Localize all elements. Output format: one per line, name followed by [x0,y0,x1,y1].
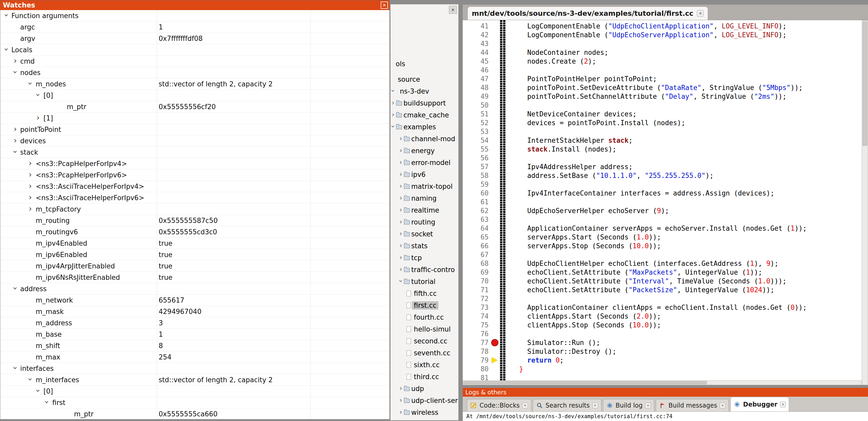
line-number[interactable]: 53 [463,127,489,136]
line-number[interactable]: 73 [463,303,489,312]
expand-icon[interactable]: › [12,57,18,64]
collapse-icon[interactable]: › [27,377,34,382]
collapse-icon[interactable]: › [3,12,10,18]
collapse-icon[interactable]: › [12,69,19,75]
line-number[interactable]: 55 [463,145,489,154]
expand-icon[interactable]: › [398,159,403,165]
expand-icon[interactable]: › [12,137,18,144]
expand-icon[interactable]: › [27,171,33,178]
watch-row[interactable]: ›m_nodesstd::vector of length 2, capacit… [0,78,390,90]
tree-item-energy[interactable]: ›energy [391,145,458,157]
watch-row[interactable]: m_routing0x555555587c50 [0,215,390,226]
close-icon[interactable]: ✕ [697,10,704,17]
watch-row[interactable]: m_shift8 [0,340,390,351]
collapse-icon[interactable]: › [12,286,19,291]
code-editor[interactable]: 41 LogComponentEnable ("UdpEchoClientApp… [463,20,862,380]
line-number[interactable]: 51 [463,110,489,119]
line-number[interactable]: 41 [463,22,489,31]
expand-icon[interactable]: › [27,205,33,212]
watch-row[interactable]: ›interfaces [0,363,390,374]
line-number[interactable]: 68 [463,259,489,268]
log-tab-build-log[interactable]: Build log✕ [603,399,654,412]
line-number[interactable]: 81 [463,374,489,380]
tree-item-wireless[interactable]: ›wireless [391,407,458,418]
expand-icon[interactable]: › [398,230,403,237]
line-number[interactable]: 66 [463,241,489,250]
watches-titlebar[interactable]: Watches ✕ [0,0,390,10]
close-icon[interactable]: ✕ [780,401,786,407]
expand-icon[interactable]: › [27,160,33,167]
tree-item-udp[interactable]: ›udp [391,383,458,395]
watch-row[interactable]: ›nodes [0,67,390,78]
tree-item-fourth-cc[interactable]: fourth.cc [391,311,458,323]
tree-item-socket[interactable]: ›socket [391,228,458,240]
watch-row[interactable]: m_mask4294967040 [0,306,390,317]
tree-item-fifth-cc[interactable]: fifth.cc [391,288,458,299]
close-icon[interactable]: ✕ [381,2,388,9]
log-tab-code-blocks[interactable]: Code::Blocks✕ [467,399,531,412]
expand-icon[interactable]: › [398,171,403,177]
line-number[interactable]: 60 [463,189,489,198]
line-number[interactable]: 54 [463,136,489,145]
line-number[interactable]: 76 [463,329,489,338]
tree-item-examples[interactable]: ›examples [391,121,458,133]
tree-item-ipv6[interactable]: ›ipv6 [391,169,458,181]
line-number[interactable]: 74 [463,312,489,321]
tree-item-buildsupport[interactable]: ›buildsupport [391,97,458,109]
close-icon[interactable]: ✕ [645,402,651,408]
expand-icon[interactable]: › [398,266,403,272]
watch-row[interactable]: ›<ns3::PcapHelperForIpv6> [0,169,390,181]
collapse-icon[interactable]: › [390,88,397,93]
line-number[interactable]: 49 [463,92,489,101]
expand-icon[interactable]: › [398,206,403,213]
watch-row[interactable]: ›<ns3::PcapHelperForIpv4> [0,158,390,169]
line-number[interactable]: 47 [463,74,489,83]
watch-row[interactable]: m_network655617 [0,295,390,306]
expand-icon[interactable]: › [391,99,396,106]
tree-item-source[interactable]: source [391,73,458,85]
vertical-scrollbar[interactable] [862,20,868,385]
watch-row[interactable]: m_ptr0x5555555ca660 [0,408,390,419]
line-number[interactable]: 70 [463,277,489,286]
horizontal-scrollbar[interactable] [463,380,862,385]
tree-item-seventh-cc[interactable]: seventh.cc [391,347,458,359]
expand-icon[interactable]: › [12,125,18,133]
line-number[interactable]: 56 [463,154,489,162]
log-tab-debugger[interactable]: Debugger✕ [730,397,789,412]
tree-item-routing[interactable]: ›routing [391,216,458,228]
tree-item-udp-client-ser[interactable]: ›udp-client-ser [391,395,458,407]
watch-row[interactable]: m_routingv60x5555555cd3c0 [0,226,390,238]
tree-item-first-cc[interactable]: first.cc [391,299,458,311]
expand-icon[interactable]: › [398,183,403,189]
watch-row[interactable]: ›address [0,283,390,295]
expand-icon[interactable]: › [398,397,403,403]
line-number[interactable]: 79 [463,356,489,365]
watch-row[interactable]: ›devices [0,135,390,147]
line-number[interactable]: 57 [463,162,489,171]
expand-icon[interactable]: › [398,409,403,415]
watch-row[interactable]: m_ipv4ArpJitterEnabledtrue [0,260,390,272]
watch-row[interactable]: m_ipv4Enabledtrue [0,238,390,249]
expand-icon[interactable]: › [398,242,403,249]
tree-item-channel-mod[interactable]: ›channel-mod [391,133,458,145]
close-icon[interactable]: ✕ [592,402,598,408]
tree-item-cmake-cache[interactable]: ›cmake_cache [391,109,458,121]
collapse-icon[interactable]: › [34,92,42,98]
log-tab-build-messages[interactable]: Build messages✕ [656,399,729,412]
watch-row[interactable]: m_max254 [0,351,390,363]
watch-row[interactable]: m_ptr0x55555556cf20 [0,101,390,112]
expand-icon[interactable]: › [398,385,403,391]
watch-row[interactable]: m_base1 [0,329,390,340]
collapse-icon[interactable]: › [27,81,34,86]
watch-row[interactable]: m_ipv6NsRsJitterEnabledtrue [0,272,390,283]
watch-row[interactable]: ›[0] [0,386,390,397]
tree-item-realtime[interactable]: ›realtime [391,204,458,216]
expand-icon[interactable]: › [398,254,403,261]
line-number[interactable]: 46 [463,66,489,74]
expand-icon[interactable]: › [391,111,396,118]
line-number[interactable]: 44 [463,48,489,57]
close-icon[interactable]: ✕ [449,6,457,14]
tree-item-tcp[interactable]: ›tcp [391,252,458,264]
watch-row[interactable]: ›[0] [0,90,390,101]
expand-icon[interactable]: › [27,182,33,190]
